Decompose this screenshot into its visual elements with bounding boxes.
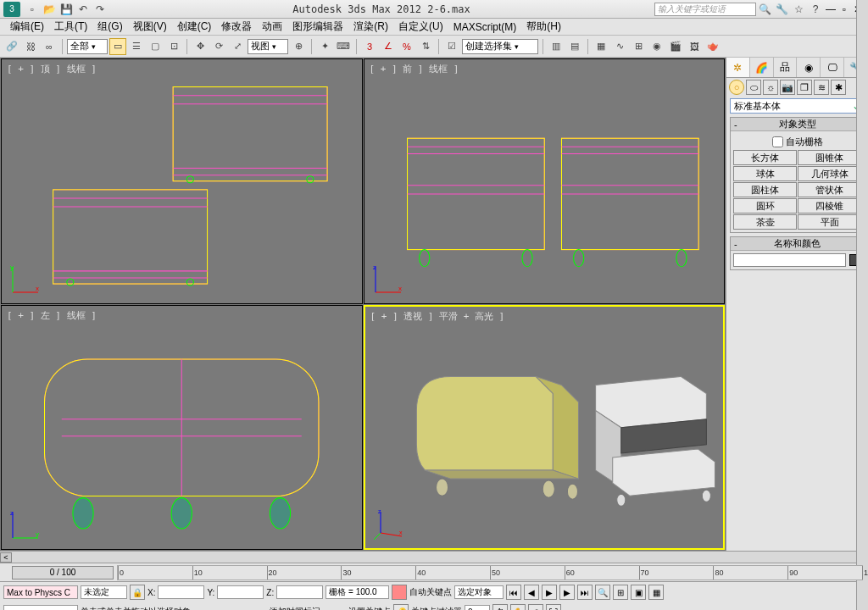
star-icon[interactable]: ☆ [792,3,805,16]
time-config-icon[interactable]: ⏱ [492,604,508,610]
zoom-region-icon[interactable]: ▦ [648,585,664,600]
rotate-icon[interactable]: ⟳ [210,38,227,55]
restore-button[interactable]: ▫ [837,3,851,15]
menu-views[interactable]: 视图(V) [128,18,172,36]
torus-button[interactable]: 圆环 [733,198,797,214]
viewport-perspective[interactable]: [ + ] 透视 ] 平滑 + 高光 ] [364,305,726,551]
menu-help[interactable]: 帮助(H) [521,18,566,36]
viewport-top[interactable]: [ + ] 顶 ] 线框 ] xy [1,58,363,304]
selection-lock-icon[interactable]: 🔒 [130,585,145,600]
x-coord-input[interactable] [158,585,204,599]
menu-edit[interactable]: 编辑(E) [5,18,49,36]
object-name-input[interactable] [733,253,846,267]
prev-frame-icon[interactable]: ◀ [524,585,539,600]
tube-button[interactable]: 管状体 [798,182,861,197]
select-object-icon[interactable]: ▭ [109,38,126,55]
display-tab-icon[interactable]: 🖵 [821,58,844,77]
menu-animation[interactable]: 动画 [257,18,287,36]
select-manipulate-icon[interactable]: ✦ [316,38,333,55]
spinner-snap-icon[interactable]: ⇅ [417,38,434,55]
category-dropdown[interactable]: 标准基本体 [730,98,865,114]
keyfilter-label[interactable]: 关键点过滤器 [411,606,462,610]
link-icon[interactable]: 🔗 [3,38,20,55]
autogrid-checkbox[interactable] [772,136,783,147]
geosphere-button[interactable]: 几何球体 [798,166,861,181]
viewport-front[interactable]: [ + ] 前 ] 线框 ] xz [364,58,726,304]
keyboard-shortcut-icon[interactable]: ⌨ [335,38,352,55]
pivot-icon[interactable]: ⊕ [290,38,307,55]
rollout-namecolor-header[interactable]: 名称和颜色 [731,237,864,251]
curve-editor-icon[interactable]: ∿ [611,38,628,55]
keymode-dropdown[interactable]: 选定对象 [454,585,504,599]
viewport-left[interactable]: [ + ] 左 ] 线框 ] yz [1,305,363,551]
named-selection-sets[interactable]: 创建选择集 [462,39,538,54]
redo-icon[interactable]: ↷ [93,3,107,16]
cameras-subtab-icon[interactable]: 📷 [780,80,795,95]
render-icon[interactable]: 🫖 [704,38,721,55]
align-icon[interactable]: ▤ [566,38,583,55]
modify-tab-icon[interactable]: 🌈 [750,58,774,77]
geometry-subtab-icon[interactable]: ○ [729,80,744,95]
track-bar[interactable]: 0102030405060708090100 [117,565,863,580]
zoom-all-icon[interactable]: ⊞ [613,585,628,600]
time-slider[interactable]: 0 / 100 [12,566,114,580]
menu-modifiers[interactable]: 修改器 [216,18,257,36]
minimize-button[interactable]: — [824,3,837,15]
spacewarps-subtab-icon[interactable]: ≋ [814,80,829,95]
menu-tools[interactable]: 工具(T) [49,18,92,36]
systems-subtab-icon[interactable]: ✱ [831,80,846,95]
motion-tab-icon[interactable]: ◉ [797,58,821,77]
hierarchy-tab-icon[interactable]: 品 [774,58,798,77]
scale-icon[interactable]: ⤢ [229,38,246,55]
autokey-label[interactable]: 自动关键点 [409,586,452,598]
shapes-subtab-icon[interactable]: ⬭ [746,80,761,95]
viewport-scrollbar[interactable]: <> [0,551,868,563]
material-editor-icon[interactable]: ◉ [648,38,665,55]
sphere-button[interactable]: 球体 [733,166,797,181]
open-icon[interactable]: 📂 [42,3,56,16]
binoculars-icon[interactable]: 🔍 [758,3,771,16]
maxscript-listener[interactable]: Max to Physcs C [3,585,78,599]
autokey-button[interactable] [392,585,407,600]
save-icon[interactable]: 💾 [59,3,73,16]
orbit-icon[interactable]: ⟲ [528,604,543,610]
viewport-persp-label[interactable]: [ + ] 透视 ] 平滑 + 高光 ] [370,310,505,323]
next-frame-icon[interactable]: ▶ [559,585,575,600]
undo-icon[interactable]: ↶ [76,3,90,16]
render-setup-icon[interactable]: 🎬 [667,38,684,55]
search-input[interactable]: 输入关键字或短语 [654,3,756,16]
lights-subtab-icon[interactable]: ☼ [763,80,778,95]
select-name-icon[interactable]: ☰ [128,38,145,55]
ref-coord-system[interactable]: 视图 [248,39,288,54]
selection-filter[interactable]: 全部 [67,39,108,54]
new-icon[interactable]: ▫ [25,3,39,16]
plane-button[interactable]: 平面 [798,214,861,230]
y-coord-input[interactable] [217,585,264,599]
select-region-icon[interactable]: ▢ [147,38,164,55]
percent-snap-icon[interactable]: % [398,38,415,55]
viewport-top-label[interactable]: [ + ] 顶 ] 线框 ] [7,63,97,75]
helpers-subtab-icon[interactable]: ❐ [797,80,812,95]
current-frame-input[interactable]: 0 [465,605,490,610]
zoom-extents-icon[interactable]: ▣ [631,585,646,600]
layers-icon[interactable]: ▦ [593,38,609,55]
cylinder-button[interactable]: 圆柱体 [733,182,797,197]
render-frame-icon[interactable]: 🖼 [686,38,703,55]
maximize-viewport-icon[interactable]: ⛶ [546,604,561,610]
menu-group[interactable]: 组(G) [92,18,127,36]
pan-icon[interactable]: ✋ [510,604,526,610]
zoom-icon[interactable]: 🔍 [595,585,610,600]
goto-end-icon[interactable]: ⏭ [577,585,593,600]
maxscript-mini[interactable] [3,605,78,610]
menu-rendering[interactable]: 渲染(R) [348,18,393,36]
rollout-objtype-header[interactable]: 对象类型 [731,118,864,131]
snap-icon[interactable]: 3 [361,38,378,55]
schematic-view-icon[interactable]: ⊞ [630,38,647,55]
menu-customize[interactable]: 自定义(U) [393,18,448,36]
panel-scrollbar[interactable] [856,0,868,610]
viewport-front-label[interactable]: [ + ] 前 ] 线框 ] [370,63,459,75]
cone-button[interactable]: 圆锥体 [798,150,861,165]
menu-grapheditors[interactable]: 图形编辑器 [287,18,348,36]
addtime-label[interactable]: 添加时间标记 [270,606,320,610]
setkey-label[interactable]: 设置关键点 [348,606,391,610]
